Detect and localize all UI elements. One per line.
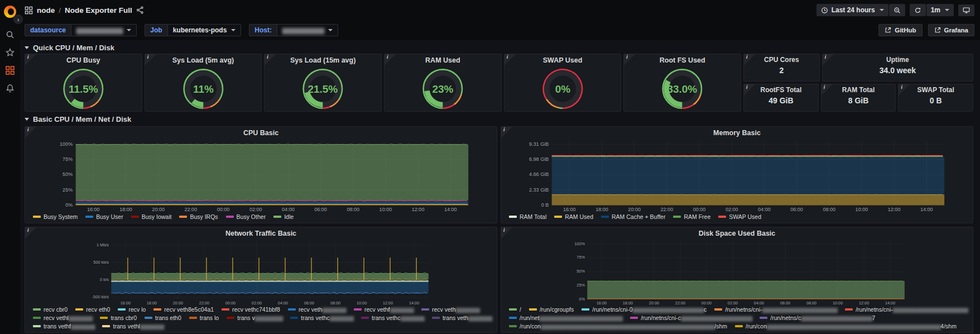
chart-plot[interactable]: 16:0018:0020:0022:0000:0002:0004:0006:00… [25, 238, 497, 306]
legend-item[interactable]: /run/net▆▆▆▆▆▆▆▆▆▆▆▆▆▆▆▆▆▆▆▆▆ [509, 314, 622, 322]
panel-info-icon[interactable]: i [624, 54, 635, 65]
breadcrumb-folder[interactable]: node [37, 6, 55, 15]
panel-info-icon[interactable]: i [145, 54, 156, 65]
legend-item[interactable]: Busy IRQs [179, 213, 218, 221]
variable-value-dropdown[interactable]: ▆▆▆▆▆▆▆▆▆▆ [71, 24, 137, 36]
legend-item[interactable]: Busy User [85, 213, 123, 221]
legend-item[interactable]: recv lo [118, 306, 146, 313]
panel-info-icon[interactable]: i [501, 127, 512, 138]
legend-item[interactable]: Busy Other [226, 213, 266, 221]
legend-item[interactable]: trans vethl▆▆▆▆▆▆ [102, 322, 164, 330]
legend-item[interactable]: recv veth▆▆▆▆▆▆ [421, 306, 479, 313]
refresh-button[interactable] [910, 4, 926, 16]
legend-item[interactable]: recv cbr0 [33, 306, 68, 313]
panel-info-icon[interactable]: i [822, 84, 833, 96]
search-icon[interactable] [6, 30, 15, 39]
chart-plot[interactable]: 16:0018:0020:0022:0000:0002:0004:0006:00… [501, 138, 973, 213]
panel-title[interactable]: Network Traffic Basic [25, 227, 497, 238]
panel-title[interactable]: CPU Basic [25, 127, 497, 138]
panel-info-icon[interactable]: i [744, 54, 755, 65]
legend-item[interactable]: RAM Free [673, 213, 710, 221]
panel-info-icon[interactable]: i [25, 227, 36, 238]
dashboard-squares-icon[interactable] [25, 6, 33, 15]
panel-info-icon[interactable]: i [899, 84, 910, 96]
svg-text:18:00: 18:00 [147, 300, 157, 306]
legend-item[interactable]: RAM Cache + Buffer [601, 213, 665, 221]
legend-item[interactable]: /run/con▆▆▆▆▆▆▆▆▆▆▆▆▆▆▆▆▆▆▆▆▆▆▆▆▆▆▆▆▆▆▆▆… [735, 322, 957, 330]
legend-item[interactable]: trans vethc▆▆▆▆▆▆ [290, 314, 353, 322]
panel-title[interactable]: Uptime [886, 56, 909, 64]
legend-item[interactable]: trans lo [189, 314, 219, 322]
sidebar-expand-button[interactable]: › [13, 15, 23, 24]
panel-title[interactable]: Memory Basic [501, 127, 973, 138]
panel-info-icon[interactable]: i [744, 84, 755, 96]
breadcrumb-dashboard-title[interactable]: Node Exporter Full [65, 6, 132, 15]
legend-item[interactable]: recv vethc741bbf8 [222, 306, 280, 313]
panel-info-icon[interactable]: i [265, 54, 276, 65]
panel-title[interactable]: RAM Total [842, 86, 875, 94]
panel-title[interactable]: Disk Space Used Basic [501, 227, 973, 238]
row-quick-cpu-mem-disk[interactable]: Quick CPU / Mem / Disk [25, 41, 973, 54]
refresh-interval-picker[interactable]: 1m [926, 4, 954, 16]
legend-item[interactable]: trans eth0 [145, 314, 181, 322]
legend-item[interactable]: Busy Iowait [131, 213, 172, 221]
legend-item[interactable]: RAM Used [554, 213, 593, 221]
panel-info-icon[interactable]: i [823, 54, 834, 65]
grafana-link-button[interactable]: Grafana [928, 24, 974, 36]
panel-info-icon[interactable]: i [505, 54, 516, 65]
panel-info-icon[interactable]: i [25, 127, 36, 138]
zoom-out-button[interactable] [889, 4, 905, 16]
legend-item[interactable]: trans vethc▆▆▆▆▆▆ [361, 314, 424, 322]
variable-value-dropdown[interactable]: ▆▆▆▆▆▆▆▆▆ [277, 24, 338, 36]
panel-info-icon[interactable]: i [501, 227, 512, 238]
variable-label[interactable]: Host: [249, 24, 277, 36]
legend-item[interactable]: recv vethl▆▆▆▆▆▆ [33, 314, 92, 322]
dashboards-grid-icon[interactable] [6, 66, 15, 75]
legend-item[interactable]: recv eth0 [75, 306, 110, 313]
chart-plot[interactable]: 16:0018:0020:0022:0000:0002:0004:0006:00… [25, 138, 497, 213]
panel-title[interactable]: Sys Load (5m avg) [145, 54, 262, 65]
legend-item[interactable]: /run/netns/c▆▆▆▆▆▆▆▆▆▆▆▆▆▆▆▆▆▆7 [760, 314, 875, 322]
legend-item[interactable]: trans cbr0 [100, 314, 137, 322]
legend-item[interactable]: /run/netns/cni-0▆▆▆▆▆▆▆▆▆▆▆▆▆▆▆▆▆▆c [582, 306, 707, 313]
legend-item[interactable]: /run/con▆▆▆▆▆▆▆▆▆▆▆▆▆▆▆▆▆▆▆▆▆▆▆▆▆▆▆▆▆▆▆▆… [509, 322, 727, 330]
panel-title[interactable]: CPU Busy [25, 54, 142, 65]
legend-item[interactable]: trans v▆▆▆▆▆▆▆ [227, 314, 282, 322]
variable-label[interactable]: Job [145, 24, 167, 36]
legend-item[interactable]: recv veth8e5c04a1 [153, 306, 214, 313]
legend-item[interactable]: /run/netns/cni-▆▆▆▆▆▆▆▆▆▆▆▆▆▆▆▆▆▆▆ [845, 306, 968, 313]
legend-item[interactable]: /run/netns/cni-▆▆▆▆▆▆▆▆▆▆▆▆▆▆▆▆▆▆▆ [714, 306, 837, 313]
row-basic-cpu-mem-net-disk[interactable]: Basic CPU / Mem / Net / Disk [25, 113, 973, 125]
panel-title[interactable]: CPU Cores [764, 56, 799, 64]
legend-item[interactable]: Idle [273, 213, 294, 221]
star-icon[interactable] [6, 48, 15, 57]
panel-title[interactable]: Root FS Used [624, 54, 741, 65]
legend-item[interactable]: recv vethf▆▆▆▆▆▆ [354, 306, 414, 313]
svg-text:12:00: 12:00 [412, 207, 425, 212]
variable-value-dropdown[interactable]: kubernetes-pods [167, 24, 242, 36]
panel-info-icon[interactable]: i [25, 54, 36, 65]
legend-item[interactable]: trans veth▆▆▆▆▆▆ [432, 314, 492, 322]
variable-label[interactable]: datasource [25, 24, 71, 36]
chart-plot[interactable]: 16:0018:0020:0022:0000:0002:0004:0006:00… [501, 238, 973, 306]
share-icon[interactable] [136, 6, 144, 14]
chevron-down-icon [25, 46, 29, 49]
panel-title[interactable]: SWAP Total [917, 86, 954, 94]
legend-item[interactable]: SWAP Used [718, 213, 761, 221]
legend-item[interactable]: Busy System [33, 213, 78, 221]
github-link-button[interactable]: GitHub [878, 24, 922, 36]
panel-title[interactable]: Sys Load (15m avg) [265, 54, 381, 65]
alerting-bell-icon[interactable] [6, 84, 15, 93]
kiosk-mode-button[interactable] [958, 4, 974, 16]
legend-item[interactable]: recv veth▆▆▆▆▆▆ [288, 306, 346, 313]
legend-item[interactable]: / [509, 306, 521, 313]
panel-title[interactable]: RAM Used [385, 54, 501, 65]
time-range-picker[interactable]: Last 24 hours [816, 4, 888, 16]
panel-title[interactable]: RootFS Total [760, 86, 801, 94]
panel-info-icon[interactable]: i [385, 54, 396, 65]
legend-item[interactable]: /run/netns/cni-c▆▆▆▆▆▆▆▆▆▆▆▆▆▆▆▆▆▆ [630, 314, 752, 322]
legend-item[interactable]: trans vethf▆▆▆▆▆▆ [33, 322, 94, 330]
panel-title[interactable]: SWAP Used [505, 54, 621, 65]
legend-item[interactable]: RAM Total [509, 213, 546, 221]
legend-item[interactable]: /run/cgroupfs [529, 306, 574, 313]
